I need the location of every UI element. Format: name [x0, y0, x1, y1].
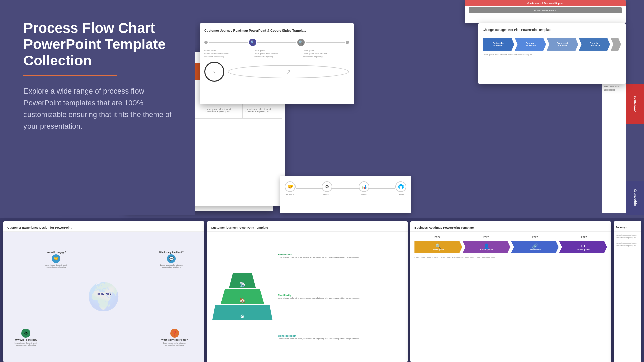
cjr-text-3: Lorem ipsumLorem ipsum dolor sit ametcon… — [303, 49, 349, 58]
ce-experience-label: What is my experience? — [161, 339, 188, 341]
cm-arrow-5 — [611, 38, 621, 51]
pf-node-1-label: Prototype — [286, 193, 294, 195]
ce-node-experience: ❓ What is my experience? Lorem ipsum dol… — [161, 329, 188, 346]
br-icon-3: 🔗 — [532, 243, 538, 249]
ce-feedback-desc: Lorem ipsum dolor sit amet, consectetuer… — [159, 264, 184, 268]
cjr-line — [209, 42, 248, 43]
pyr-label-2: Familiarity — [278, 294, 402, 297]
cjp-title: Customer journey PowerPoint Template — [211, 226, 268, 229]
pyr-desc-2: Familiarity Lorem ipsum dolor sit amet, … — [278, 294, 402, 300]
pyr-label-3: Consideration — [278, 334, 402, 337]
ce-center-label: DURING — [97, 292, 111, 296]
infra-bar: Infrastructure & Technical Support — [465, 0, 626, 6]
cjr-line-3 — [306, 42, 345, 43]
pf-node-4-circle: 🌐 — [395, 181, 406, 192]
ce-feedback-circle: 💬 — [167, 254, 176, 263]
business-roadmap-card: Business Roadmap PowerPoint Template 202… — [410, 221, 611, 362]
br-arrows-row: 🔍 Lorem Ipsum 👤 Lorem Ipsum 🔗 Lorem Ipsu… — [414, 241, 607, 253]
cjr-arrow-icon: ↗ — [228, 65, 349, 78]
infra-bar-label: Infrastructure & Technical Support — [526, 2, 565, 4]
pf-node-3: 📊 Testing — [359, 181, 369, 195]
br-desc: Lorem ipsum dolor sit amet, consectetuer… — [414, 256, 607, 259]
del-cell-4: Lorem ipsum dolor sit amet, consectetur … — [203, 106, 243, 119]
ce-title: Customer Experience Design for PowerPoin… — [7, 226, 72, 229]
pyr-text-3: Lorem ipsum dolor sit amet, consectetuer… — [278, 337, 402, 340]
cjr-dot-2 — [346, 41, 349, 44]
ce-header: Customer Experience Design for PowerPoin… — [3, 221, 204, 232]
pf-connector-2 — [332, 188, 359, 189]
pf-node-1-circle: 🤝 — [285, 181, 296, 192]
br-year-2: 2025 — [483, 236, 489, 239]
br-year-1: 2024 — [434, 236, 440, 239]
pyr-label-1: Awareness — [278, 253, 402, 256]
br-content: 2024 2025 2026 2027 🔍 Lorem Ipsum 👤 Lore… — [410, 232, 611, 263]
cm-arrow-2: Envisionthe Future — [515, 38, 546, 51]
ce-node-consider: ⚙ Why will I consider? Lorem ipsum dolor… — [13, 329, 39, 346]
cjr-text-row: Lorem ipsumLorem ipsum dolor sit ametcon… — [204, 49, 349, 58]
br-year-3: 2026 — [532, 236, 538, 239]
ce-experience-circle: ❓ — [170, 329, 179, 338]
br-arrow-label-3: Lorem Ipsum — [529, 249, 541, 251]
cjr-text-1: Lorem ipsumLorem ipsum dolor sit ametcon… — [204, 49, 251, 58]
pyramid-tier-2-icon: 🏠 — [239, 298, 245, 303]
infrastructure-card: Infrastructure & Technical Support Proje… — [465, 0, 626, 23]
pyr-desc-1: Awareness Lorem ipsum dolor sit amet, co… — [278, 253, 402, 259]
cjr-icon-circle: 🔍 — [249, 39, 256, 46]
pf-node-2-circle: ⚙ — [322, 181, 332, 192]
pyramid-tier-2: 🏠 — [221, 289, 264, 304]
cjr-title: Customer Journey Roadmap PowerPoint & Go… — [204, 28, 306, 32]
ce-node-engage: How will I engage? 🤝 Lorem ipsum dolor s… — [44, 251, 69, 268]
del-text-5: Lorem ipsum dolor sit amet, consectetur … — [245, 108, 271, 113]
br-year-4: 2027 — [581, 236, 587, 239]
br-arrow-1: 🔍 Lorem Ipsum — [414, 241, 462, 253]
br-years: 2024 2025 2026 2027 — [414, 236, 607, 239]
page-title: Process Flow Chart PowerPoint Template C… — [23, 20, 178, 69]
cm-arrows-row: Define theSituation Envisionthe Future P… — [483, 38, 621, 51]
pyr-desc-3: Consideration Lorem ipsum dolor sit amet… — [278, 334, 402, 340]
pyramid-tier-3: ⚙ — [212, 305, 273, 320]
pyramid-tier-3-icon: ⚙ — [240, 314, 245, 319]
ce-content: 🌍 How will I engage? 🤝 Lorem ipsum dolor… — [3, 232, 204, 362]
pf-node-3-circle: 📊 — [359, 181, 369, 192]
cjr-graphic: ⊙ ↗ — [204, 62, 349, 82]
ce-consider-circle: ⚙ — [21, 329, 30, 338]
customer-journey-roadmap-card: Customer Journey Roadmap PowerPoint & Go… — [200, 23, 354, 104]
cm-desc: Lorem ipsum dolor sit amet, consectetuer… — [483, 53, 621, 56]
awareness-label: Awareness — [633, 96, 637, 112]
pyr-text-2: Lorem ipsum dolor sit amet, consectetuer… — [278, 297, 402, 300]
pyr-text-1: Lorem ipsum dolor sit amet, consectetuer… — [278, 256, 402, 259]
customer-experience-card: Customer Experience Design for PowerPoin… — [3, 221, 204, 362]
pf-connector-3 — [369, 188, 395, 189]
pm-bar-label: Project Management — [534, 9, 556, 12]
left-panel: Process Flow Chart PowerPoint Template C… — [0, 0, 195, 215]
cm-arrow-1: Define theSituation — [483, 38, 514, 51]
title-divider — [23, 75, 117, 76]
pyramid-visual: 📡 🏠 ⚙ — [212, 236, 273, 358]
br-icon-2: 👤 — [484, 243, 489, 249]
pf-node-4: 🌐 Deploy — [395, 181, 406, 195]
br-arrow-label-2: Lorem Ipsum — [480, 249, 493, 251]
cjr-circle: ⊙ — [204, 62, 224, 82]
br-arrow-label-4: Lorem Ipsum — [577, 249, 590, 251]
pf-node-1: 🤝 Prototype — [285, 181, 296, 195]
ce-engage-circle: 🤝 — [52, 254, 60, 263]
pm-bar: Project Management — [469, 7, 622, 13]
cm-arrow-3: Prepare &Launch — [547, 38, 578, 51]
cm-arrow-4: Over theTransform. — [579, 38, 610, 51]
partial-right-card: Journey... Lorem ipsum dolor sit amet, c… — [614, 221, 641, 362]
br-icon-4: ⚙ — [581, 243, 585, 249]
br-icon-1: 🔍 — [435, 243, 441, 249]
pf-nodes-row: 🤝 Prototype ⚙ Execution 📊 Testing 🌐 Depl… — [283, 179, 408, 198]
opportunity-label: Opportunity — [633, 189, 637, 206]
bottom-section: Customer Experience Design for PowerPoin… — [0, 218, 644, 362]
cm-content: Define theSituation Envisionthe Future P… — [478, 34, 626, 60]
br-arrow-label-1: Lorem Ipsum — [432, 249, 445, 251]
br-arrow-4: ⚙ Lorem Ipsum — [559, 241, 607, 253]
prc-content: Lorem ipsum dolor sit amet, consectetuer… — [614, 232, 641, 249]
pf-node-2-label: Execution — [323, 193, 331, 195]
ce-engage-label: How will I engage? — [46, 251, 67, 253]
pf-connector-1 — [296, 188, 322, 189]
opportunity-tab: Opportunity — [626, 181, 644, 215]
ce-feedback-label: What is my feedback? — [159, 251, 184, 253]
pf-node-3-label: Testing — [361, 193, 367, 195]
